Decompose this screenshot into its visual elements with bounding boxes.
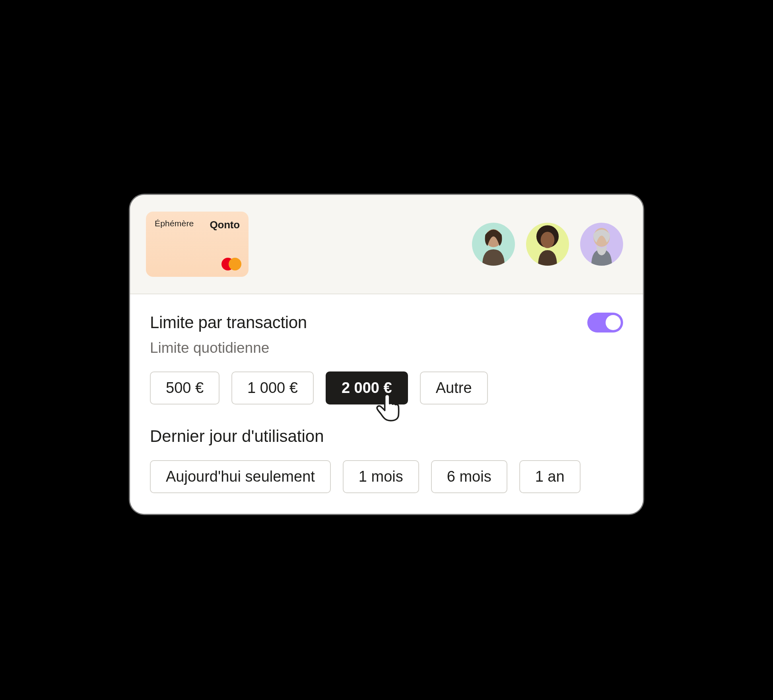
duration-option-today[interactable]: Aujourd'hui seulement [150, 460, 331, 493]
limit-option-500[interactable]: 500 € [150, 371, 219, 404]
panel-body: Limite par transaction Limite quotidienn… [130, 294, 643, 514]
daily-limit-label: Limite quotidienne [150, 340, 623, 356]
avatar-group [472, 223, 623, 266]
duration-options-row: Aujourd'hui seulement 1 mois 6 mois 1 an [150, 460, 623, 493]
duration-option-6mo[interactable]: 6 mois [431, 460, 507, 493]
transaction-limit-title: Limite par transaction [150, 313, 307, 332]
last-usage-title: Dernier jour d'utilisation [150, 427, 623, 446]
avatar[interactable] [580, 223, 623, 266]
limit-option-1000[interactable]: 1 000 € [231, 371, 314, 404]
card-type-label: Éphémère [155, 219, 194, 228]
transaction-limit-toggle[interactable] [587, 313, 623, 332]
limit-options-row: 500 € 1 000 € 2 000 € Autre [150, 371, 623, 404]
settings-panel: Éphémère Qonto Limite par transaction [130, 195, 643, 514]
virtual-card-graphic: Éphémère Qonto [146, 212, 249, 277]
avatar[interactable] [526, 223, 569, 266]
limit-option-2000[interactable]: 2 000 € [326, 371, 408, 404]
svg-point-2 [541, 232, 555, 248]
duration-option-1yr[interactable]: 1 an [519, 460, 581, 493]
mastercard-icon [221, 258, 241, 270]
transaction-limit-header: Limite par transaction [150, 313, 623, 332]
card-brand-label: Qonto [210, 219, 240, 231]
toggle-knob [606, 315, 621, 330]
panel-header: Éphémère Qonto [130, 195, 643, 294]
duration-option-1mo[interactable]: 1 mois [343, 460, 419, 493]
avatar[interactable] [472, 223, 515, 266]
limit-option-other[interactable]: Autre [420, 371, 488, 404]
